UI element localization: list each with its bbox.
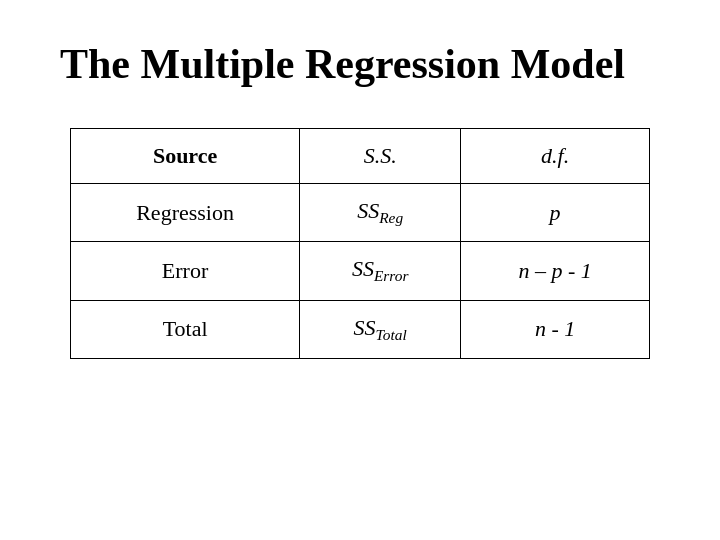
ss-main-error: SS [352, 256, 374, 281]
page-title: The Multiple Regression Model [60, 40, 625, 88]
table-row: Total SSTotal n - 1 [71, 300, 650, 358]
row-source-error: Error [71, 242, 300, 300]
ss-sub-total: Total [376, 326, 407, 343]
row-df-error: n – p - 1 [461, 242, 650, 300]
row-df-total: n - 1 [461, 300, 650, 358]
ss-main-regression: SS [357, 198, 379, 223]
header-source: Source [71, 129, 300, 184]
table-header-row: Source S.S. d.f. [71, 129, 650, 184]
ss-sub-regression: Reg [379, 209, 403, 226]
ss-main-total: SS [354, 315, 376, 340]
header-ss: S.S. [300, 129, 461, 184]
row-ss-regression: SSReg [300, 184, 461, 242]
regression-table: Source S.S. d.f. Regression SSReg p Erro… [70, 128, 650, 359]
table-row: Regression SSReg p [71, 184, 650, 242]
row-source-regression: Regression [71, 184, 300, 242]
ss-sub-error: Error [374, 268, 409, 285]
row-ss-total: SSTotal [300, 300, 461, 358]
row-ss-error: SSError [300, 242, 461, 300]
header-df: d.f. [461, 129, 650, 184]
row-source-total: Total [71, 300, 300, 358]
row-df-regression: p [461, 184, 650, 242]
table-row: Error SSError n – p - 1 [71, 242, 650, 300]
